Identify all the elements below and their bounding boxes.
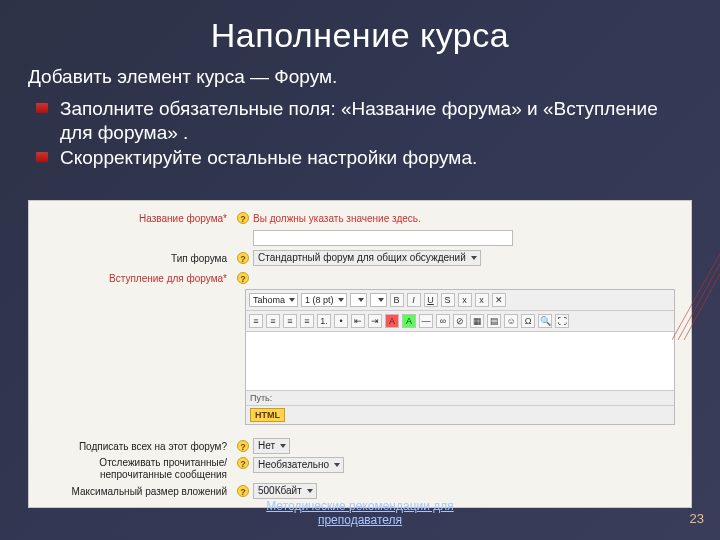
search-icon[interactable]: 🔍 (538, 314, 552, 328)
select-subscribe[interactable]: Нет (253, 438, 290, 454)
help-icon[interactable]: ? (237, 485, 249, 497)
field-forum-intro: Вступление для форума* ? (35, 269, 685, 287)
unlink-icon[interactable]: ⊘ (453, 314, 467, 328)
sup-icon[interactable]: x (475, 293, 489, 307)
intro-line: Добавить элемент курса — Форум. (28, 65, 692, 89)
help-icon[interactable]: ? (237, 457, 249, 469)
help-icon[interactable]: ? (237, 212, 249, 224)
label-maxsize: Максимальный размер вложений (35, 486, 233, 497)
outdent-icon[interactable]: ⇤ (351, 314, 365, 328)
align-right-icon[interactable]: ≡ (283, 314, 297, 328)
help-icon[interactable]: ? (237, 252, 249, 264)
char-icon[interactable]: Ω (521, 314, 535, 328)
list-ol-icon[interactable]: 1. (317, 314, 331, 328)
italic-icon[interactable]: I (407, 293, 421, 307)
text-color-icon[interactable]: A (385, 314, 399, 328)
input-forum-name[interactable] (253, 230, 513, 246)
label-forum-type: Тип форума (35, 253, 233, 264)
bold-icon[interactable]: B (390, 293, 404, 307)
field-subscribe: Подписать всех на этот форум? ? Нет (35, 437, 685, 455)
slide-title: Наполнение курса (0, 16, 720, 55)
underline-icon[interactable]: U (424, 293, 438, 307)
link-icon[interactable]: ∞ (436, 314, 450, 328)
help-icon[interactable]: ? (237, 440, 249, 452)
slide-intro: Добавить элемент курса — Форум. (0, 65, 720, 95)
label-track: Отслеживать прочитанные/непрочитанные со… (35, 457, 233, 480)
emoji-icon[interactable]: ☺ (504, 314, 518, 328)
editor-style[interactable] (350, 293, 367, 307)
editor-footer: Путь: (246, 390, 674, 405)
bg-color-icon[interactable]: A (402, 314, 416, 328)
page-number: 23 (690, 511, 704, 526)
table-icon[interactable]: ▤ (487, 314, 501, 328)
align-justify-icon[interactable]: ≡ (300, 314, 314, 328)
editor-html-button[interactable]: HTML (250, 408, 285, 422)
editor-toolbar-2: ≡ ≡ ≡ ≡ 1. • ⇤ ⇥ A A — ∞ ⊘ ▦ ▤ ☺ Ω (246, 311, 674, 332)
image-icon[interactable]: ▦ (470, 314, 484, 328)
editor-font-family[interactable]: Tahoma (249, 293, 298, 307)
error-forum-name: Вы должны указать значение здесь. (253, 213, 421, 224)
field-maxsize: Максимальный размер вложений ? 500Кбайт (35, 482, 685, 500)
field-forum-type: Тип форума ? Стандартный форум для общих… (35, 249, 685, 267)
field-forum-name: Название форума* ? Вы должны указать зна… (35, 209, 685, 227)
list-ul-icon[interactable]: • (334, 314, 348, 328)
clean-icon[interactable]: ✕ (492, 293, 506, 307)
select-maxsize[interactable]: 500Кбайт (253, 483, 317, 499)
select-track[interactable]: Необязательно (253, 457, 344, 473)
indent-icon[interactable]: ⇥ (368, 314, 382, 328)
bullet-list: Заполните обязательные поля: «Название ф… (0, 97, 720, 182)
hr-icon[interactable]: — (419, 314, 433, 328)
bullet-item: Заполните обязательные поля: «Название ф… (60, 97, 692, 145)
align-center-icon[interactable]: ≡ (266, 314, 280, 328)
help-icon[interactable]: ? (237, 272, 249, 284)
editor-font-size[interactable]: 1 (8 pt) (301, 293, 347, 307)
editor-textarea[interactable] (246, 332, 674, 390)
select-forum-type[interactable]: Стандартный форум для общих обсуждений (253, 250, 481, 266)
bullet-item: Скорректируйте остальные настройки форум… (60, 146, 692, 170)
sub-icon[interactable]: x (458, 293, 472, 307)
strike-icon[interactable]: S (441, 293, 455, 307)
label-subscribe: Подписать всех на этот форум? (35, 441, 233, 452)
screenshot-form: Название форума* ? Вы должны указать зна… (28, 200, 692, 508)
rich-text-editor: Tahoma 1 (8 pt) B I U S x x ✕ ≡ ≡ ≡ ≡ (35, 289, 685, 425)
editor-toolbar-1: Tahoma 1 (8 pt) B I U S x x ✕ (246, 290, 674, 311)
editor-lang[interactable] (370, 293, 387, 307)
editor-path-label: Путь: (250, 393, 272, 403)
label-forum-intro: Вступление для форума* (35, 273, 233, 284)
fullscreen-icon[interactable]: ⛶ (555, 314, 569, 328)
label-forum-name: Название форума* (35, 213, 233, 224)
field-track: Отслеживать прочитанные/непрочитанные со… (35, 457, 685, 480)
align-left-icon[interactable]: ≡ (249, 314, 263, 328)
